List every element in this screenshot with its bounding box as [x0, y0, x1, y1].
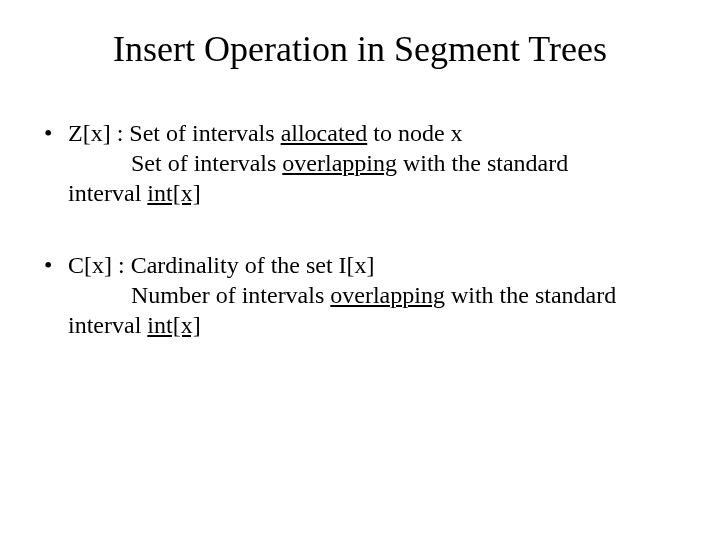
bullet-item: Z[x] : Set of intervals allocated to nod… [40, 118, 680, 208]
slide-title: Insert Operation in Segment Trees [40, 28, 680, 70]
underlined-text: overlapping [282, 150, 397, 176]
underlined-text: allocated [281, 120, 368, 146]
underlined-text: int[x] [147, 312, 200, 338]
text-run: Set of intervals [131, 150, 282, 176]
slide: Insert Operation in Segment Trees Z[x] :… [0, 0, 720, 540]
text-run: to node x [367, 120, 462, 146]
text-run: Z[x] : Set of intervals [68, 120, 281, 146]
text-run: C[x] : Cardinality of the set I[x] [68, 252, 375, 278]
continuation-line: Number of intervals overlapping with the… [68, 280, 680, 310]
wrap-line: interval int[x] [68, 310, 680, 340]
text-run: interval [68, 312, 147, 338]
bullet-item: C[x] : Cardinality of the set I[x] Numbe… [40, 250, 680, 340]
bullet-list: Z[x] : Set of intervals allocated to nod… [40, 118, 680, 340]
text-run: Number of intervals [131, 282, 330, 308]
underlined-text: int[x] [147, 180, 200, 206]
text-run: interval [68, 180, 147, 206]
underlined-text: overlapping [330, 282, 445, 308]
text-run: with the standard [397, 150, 568, 176]
slide-body: Z[x] : Set of intervals allocated to nod… [40, 118, 680, 340]
text-run: with the standard [445, 282, 616, 308]
wrap-line: interval int[x] [68, 178, 680, 208]
continuation-line: Set of intervals overlapping with the st… [68, 148, 680, 178]
